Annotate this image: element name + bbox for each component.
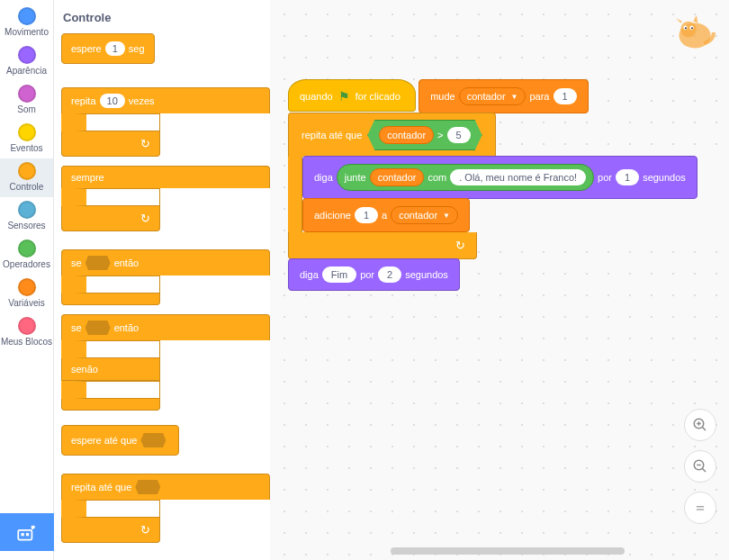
- block-input[interactable]: 1: [554, 88, 577, 104]
- sprite-watermark: [670, 7, 720, 58]
- block-bool-slot[interactable]: [86, 321, 111, 335]
- category-label: Variáveis: [8, 298, 44, 308]
- block-forever[interactable]: sempre ↻: [61, 166, 270, 231]
- block-label: por: [598, 172, 612, 183]
- block-label: vezes: [129, 95, 155, 106]
- green-flag-icon: ⚑: [338, 89, 350, 104]
- zoom-out-button[interactable]: [684, 450, 716, 483]
- block-repeat-until[interactable]: repita até que ↻: [61, 474, 270, 543]
- variable-dropdown[interactable]: contador▼: [459, 87, 526, 105]
- svg-line-11: [702, 427, 706, 430]
- block-input[interactable]: 10: [100, 94, 125, 108]
- extensions-icon: [15, 520, 39, 544]
- svg-line-15: [702, 468, 706, 472]
- block-input[interactable]: 1: [616, 169, 639, 185]
- block-label: repita até que: [302, 130, 362, 140]
- block-input[interactable]: 2: [378, 266, 401, 283]
- block-label: junte: [345, 172, 366, 183]
- category-label: Operadores: [3, 259, 50, 269]
- variable-reporter[interactable]: contador: [370, 168, 425, 186]
- block-set-variable[interactable]: mude contador▼ para 1: [418, 79, 588, 113]
- block-input[interactable]: Fim: [322, 266, 356, 283]
- block-input[interactable]: . Olá, meu nome é Franco!: [450, 169, 586, 185]
- block-palette: Controle espere 1 seg repita 10 vezes ↻ …: [54, 0, 270, 560]
- script-stack[interactable]: quando ⚑ for clicado mude contador▼ para…: [288, 79, 729, 291]
- block-label: segundos: [643, 172, 686, 183]
- variable-name: contador: [387, 130, 426, 140]
- block-bool-slot[interactable]: [86, 256, 111, 270]
- block-repeat-until-script[interactable]: repita até que contador > 5 diga junte c: [288, 113, 729, 259]
- zoom-reset-icon: ＝: [693, 499, 707, 518]
- block-label: se: [71, 257, 82, 268]
- svg-rect-2: [26, 533, 29, 536]
- category-sensores[interactable]: Sensores: [0, 197, 53, 236]
- zoom-in-icon: [692, 417, 708, 433]
- category-variaveis[interactable]: Variáveis: [0, 275, 53, 313]
- category-sidebar: Movimento Aparência Som Eventos Controle…: [0, 0, 54, 560]
- block-input[interactable]: 5: [447, 127, 471, 143]
- svg-rect-1: [22, 533, 24, 536]
- block-input[interactable]: 1: [105, 41, 125, 56]
- block-wait[interactable]: espere 1 seg: [61, 33, 155, 64]
- block-label: mude: [430, 91, 455, 102]
- block-label: adicione: [314, 210, 351, 221]
- block-bool-slot[interactable]: [140, 433, 166, 447]
- loop-arrow-icon: ↻: [140, 212, 150, 225]
- loop-arrow-icon: ↻: [455, 239, 465, 252]
- svg-point-9: [691, 27, 693, 29]
- category-label: Meus Blocos: [1, 337, 52, 347]
- variable-dropdown[interactable]: contador▼: [391, 206, 458, 224]
- block-if[interactable]: se então: [61, 249, 270, 305]
- block-input[interactable]: 1: [355, 207, 378, 223]
- block-label: a: [382, 210, 387, 221]
- category-label: Sensores: [7, 221, 45, 230]
- block-if-else[interactable]: se então senão: [61, 314, 270, 411]
- zoom-out-icon: [692, 458, 708, 474]
- block-label: por: [360, 269, 374, 280]
- category-label: Aparência: [6, 66, 47, 76]
- category-operadores[interactable]: Operadores: [0, 236, 53, 275]
- category-meusblocos[interactable]: Meus Blocos: [0, 313, 53, 352]
- block-bool-slot[interactable]: [135, 480, 160, 494]
- block-label: então: [114, 322, 140, 333]
- horizontal-scrollbar[interactable]: [391, 547, 625, 555]
- block-label: diga: [300, 269, 319, 280]
- operator-join[interactable]: junte contador com . Olá, meu nome é Fra…: [337, 164, 594, 191]
- block-label: espere: [71, 43, 102, 54]
- category-som[interactable]: Som: [0, 81, 53, 120]
- category-label: Controle: [10, 182, 44, 192]
- block-label: senão: [71, 364, 98, 375]
- workspace[interactable]: ＝ quando ⚑ for clicado mude contador▼ pa…: [270, 0, 729, 560]
- operator-greater-than[interactable]: contador > 5: [367, 120, 482, 150]
- block-label: espere até que: [71, 435, 137, 446]
- category-aparencia[interactable]: Aparência: [0, 42, 53, 81]
- variable-name: contador: [378, 172, 417, 183]
- extensions-button[interactable]: [0, 513, 54, 551]
- block-wait-until[interactable]: espere até que: [61, 425, 179, 456]
- svg-point-5: [680, 22, 697, 38]
- svg-point-8: [685, 27, 687, 29]
- dropdown-icon: ▼: [443, 212, 450, 220]
- block-label: repita: [71, 95, 96, 106]
- category-label: Som: [17, 104, 36, 114]
- loop-arrow-icon: ↻: [140, 137, 150, 150]
- block-say-for-secs[interactable]: diga junte contador com . Olá, meu nome …: [302, 156, 698, 199]
- variable-reporter[interactable]: contador: [379, 126, 434, 144]
- block-label: diga: [314, 172, 333, 183]
- zoom-in-button[interactable]: [684, 409, 716, 441]
- category-movimento[interactable]: Movimento: [0, 4, 53, 42]
- block-label: se: [71, 322, 82, 333]
- block-label: seg: [129, 43, 145, 54]
- block-label: sempre: [71, 172, 104, 183]
- category-eventos[interactable]: Eventos: [0, 120, 53, 158]
- variable-name: contador: [399, 210, 437, 221]
- block-say-for-secs[interactable]: diga Fim por 2 segundos: [288, 258, 460, 291]
- block-label: segundos: [405, 269, 448, 280]
- block-repeat[interactable]: repita 10 vezes ↻: [61, 87, 270, 157]
- category-controle[interactable]: Controle: [0, 158, 53, 197]
- block-when-flag-clicked[interactable]: quando ⚑ for clicado: [288, 79, 416, 112]
- zoom-reset-button[interactable]: ＝: [684, 492, 716, 524]
- block-label: então: [114, 257, 140, 268]
- block-change-variable[interactable]: adicione 1 a contador▼: [302, 198, 470, 232]
- block-label: repita até que: [71, 482, 131, 492]
